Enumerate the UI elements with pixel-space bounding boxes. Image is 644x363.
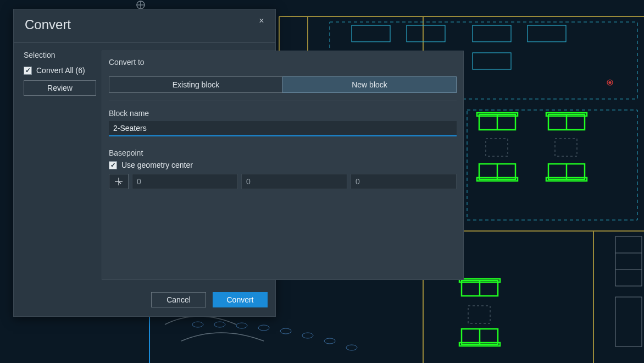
use-geometry-center-label: Use geometry center	[121, 161, 193, 169]
tab-new-label: New block	[352, 80, 387, 89]
basepoint-z-input[interactable]	[351, 174, 457, 189]
convert-dialog: Convert × Selection Convert All (6) Revi…	[13, 9, 276, 317]
close-icon: ×	[259, 16, 264, 26]
convert-all-checkbox-row[interactable]: Convert All (6)	[24, 66, 96, 75]
selection-label: Selection	[24, 51, 96, 59]
block-name-input[interactable]	[109, 121, 457, 136]
convert-all-label: Convert All (6)	[36, 66, 85, 75]
pick-point-button[interactable]	[109, 174, 129, 189]
basepoint-label: Basepoint	[109, 148, 457, 157]
use-geometry-center-row[interactable]: Use geometry center	[109, 161, 457, 169]
tab-existing-label: Existing block	[173, 80, 220, 89]
review-button[interactable]: Review	[24, 80, 96, 96]
dialog-title: Convert	[25, 17, 264, 32]
tab-new-block[interactable]: New block	[282, 76, 457, 93]
cancel-button-label: Cancel	[166, 295, 191, 304]
dialog-header: Convert ×	[14, 9, 275, 43]
block-name-label: Block name	[109, 109, 457, 118]
basepoint-y-input[interactable]	[241, 174, 347, 189]
use-geometry-center-checkbox[interactable]	[109, 161, 117, 169]
convert-button-label: Convert	[226, 295, 253, 304]
convert-to-panel: Convert to Existing block New block Bloc…	[102, 51, 464, 280]
pick-point-icon	[115, 178, 123, 185]
dialog-footer: Cancel Convert	[14, 285, 275, 316]
review-button-label: Review	[47, 84, 73, 92]
close-button[interactable]: ×	[256, 15, 268, 27]
selection-panel: Selection Convert All (6) Review	[24, 51, 96, 280]
convert-to-label: Convert to	[109, 51, 457, 67]
convert-button[interactable]: Convert	[213, 292, 268, 307]
convert-all-checkbox[interactable]	[24, 67, 32, 75]
svg-point-23	[609, 81, 611, 84]
basepoint-x-input[interactable]	[132, 174, 238, 189]
cancel-button[interactable]: Cancel	[151, 292, 206, 307]
tab-existing-block[interactable]: Existing block	[109, 76, 282, 93]
